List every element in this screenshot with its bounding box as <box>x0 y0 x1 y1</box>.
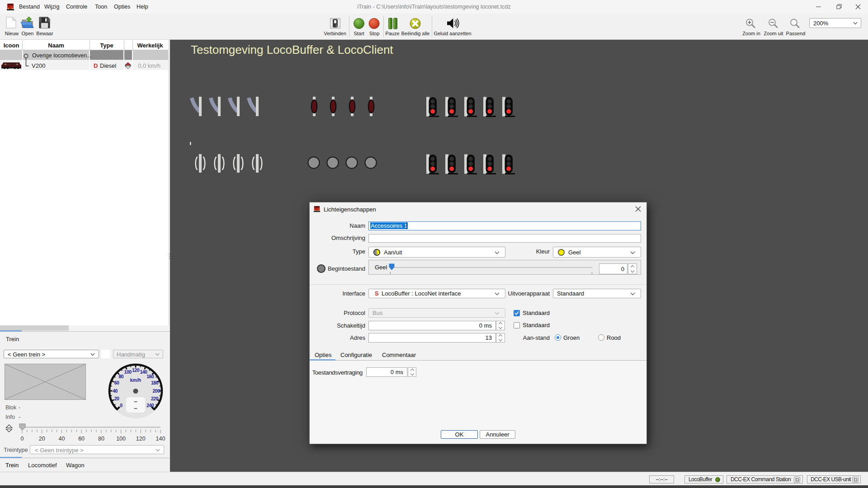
svg-text:240: 240 <box>146 403 154 408</box>
svg-text:km/h: km/h <box>130 377 142 383</box>
svg-text:20: 20 <box>114 396 119 401</box>
svg-text:180: 180 <box>151 380 159 385</box>
svg-text:60: 60 <box>114 380 119 385</box>
svg-text:220: 220 <box>151 396 159 401</box>
svg-text:120: 120 <box>132 367 140 373</box>
svg-text:80: 80 <box>118 374 123 379</box>
svg-text:100: 100 <box>124 369 132 375</box>
svg-text:160: 160 <box>146 374 154 379</box>
svg-text:200: 200 <box>152 388 160 394</box>
svg-text:0: 0 <box>120 403 123 408</box>
svg-text:40: 40 <box>113 388 118 394</box>
